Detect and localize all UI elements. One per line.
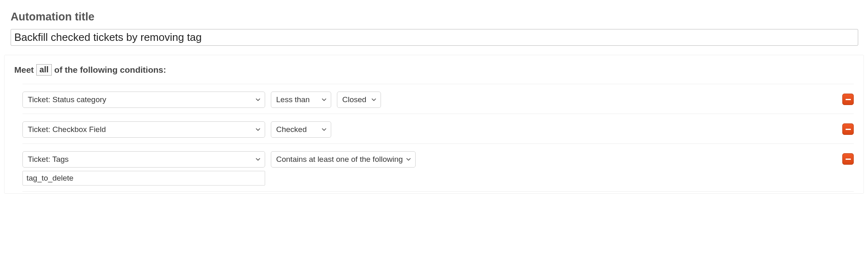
automation-title-heading: Automation title — [11, 11, 858, 23]
remove-condition-button[interactable] — [842, 153, 854, 165]
chevron-down-icon — [371, 97, 376, 103]
condition-operator-select[interactable]: Contains at least one of the following — [271, 151, 416, 168]
remove-condition-button[interactable] — [842, 94, 854, 105]
condition-field-value: Ticket: Status category — [28, 95, 106, 104]
condition-value-text: Closed — [342, 95, 366, 104]
chevron-down-icon — [406, 157, 411, 162]
condition-operator-select[interactable]: Less than — [271, 92, 331, 108]
automation-title-input[interactable] — [11, 29, 858, 46]
condition-operator-select[interactable]: Checked — [271, 121, 331, 138]
chevron-down-icon — [255, 157, 261, 162]
condition-field-value: Ticket: Tags — [28, 155, 69, 164]
condition-field-select[interactable]: Ticket: Tags — [22, 151, 265, 168]
condition-field-value: Ticket: Checkbox Field — [28, 125, 106, 134]
minus-icon — [846, 129, 851, 130]
conditions-prefix: Meet — [14, 65, 34, 75]
conditions-header: Meet all of the following conditions: — [14, 64, 854, 76]
chevron-down-icon — [255, 127, 261, 132]
conditions-suffix: of the following conditions: — [54, 65, 166, 75]
condition-operator-value: Contains at least one of the following — [276, 155, 403, 164]
conditions-panel: Meet all of the following conditions: Ti… — [4, 55, 864, 194]
chevron-down-icon — [321, 127, 327, 132]
remove-condition-button[interactable] — [842, 123, 854, 135]
condition-field-select[interactable]: Ticket: Checkbox Field — [22, 121, 265, 138]
minus-icon — [846, 99, 851, 100]
condition-row: Ticket: Status category Less than Closed — [22, 84, 854, 114]
chevron-down-icon — [321, 97, 327, 103]
condition-row: Ticket: Checkbox Field Checked — [22, 114, 854, 143]
match-mode-selector[interactable]: all — [36, 64, 52, 76]
minus-icon — [846, 159, 851, 160]
condition-operator-value: Less than — [276, 95, 310, 104]
chevron-down-icon — [255, 97, 261, 103]
condition-row: Ticket: Tags Contains at least one of th… — [22, 143, 854, 192]
condition-field-select[interactable]: Ticket: Status category — [22, 92, 265, 108]
condition-operator-value: Checked — [276, 125, 307, 134]
condition-tag-input[interactable] — [22, 171, 265, 186]
condition-value-select[interactable]: Closed — [337, 92, 381, 108]
